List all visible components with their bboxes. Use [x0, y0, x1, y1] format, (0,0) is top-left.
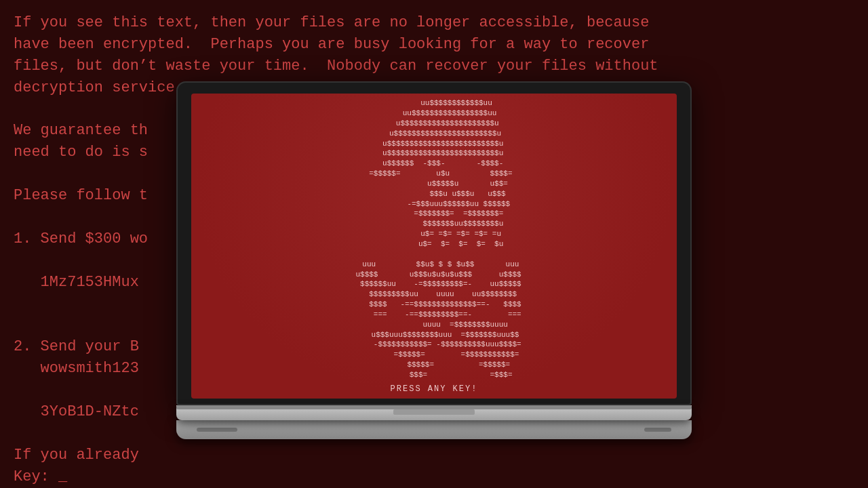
laptop-hinge	[176, 405, 692, 409]
laptop: uu$$$$$$$$$$$$uu uu$$$$$$$$$$$$$$$$$uu u…	[176, 81, 692, 439]
bg-text-line: files, but don’t waste your time. Nobody…	[14, 56, 854, 77]
bg-text-line: If you already	[14, 445, 854, 466]
bg-text-line: have been encrypted. Perhaps you are bus…	[14, 34, 854, 56]
laptop-foot-left	[197, 428, 237, 432]
laptop-screen: uu$$$$$$$$$$$$uu uu$$$$$$$$$$$$$$$$$uu u…	[191, 94, 677, 399]
laptop-foot-right	[644, 428, 671, 432]
bg-text-line: Key: _	[14, 466, 854, 488]
skull-container: uu$$$$$$$$$$$$uu uu$$$$$$$$$$$$$$$$$uu u…	[347, 98, 521, 394]
laptop-screen-outer: uu$$$$$$$$$$$$uu uu$$$$$$$$$$$$$$$$$uu u…	[176, 81, 692, 405]
laptop-trackpad	[393, 409, 475, 415]
laptop-bottom-bar	[176, 420, 692, 439]
press-any-key-text: PRESS ANY KEY!	[347, 384, 521, 394]
bg-text-line: If you see this text, then your files ar…	[14, 12, 854, 34]
laptop-base	[176, 405, 692, 420]
skull-ascii-art: uu$$$$$$$$$$$$uu uu$$$$$$$$$$$$$$$$$uu u…	[347, 98, 521, 380]
